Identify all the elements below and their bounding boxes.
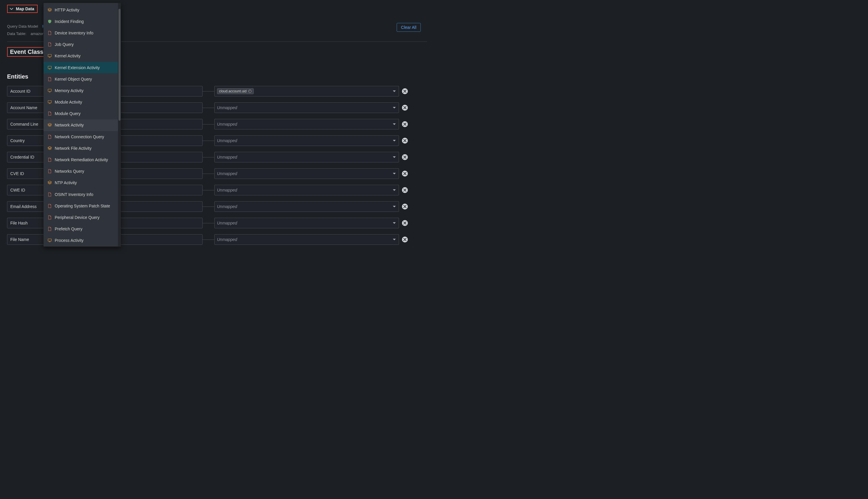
monitor-icon xyxy=(48,238,52,242)
menu-item[interactable]: Process Activity xyxy=(43,235,118,246)
menu-item-label: Device Inventory Info xyxy=(55,31,93,35)
menu-item-label: Incident Finding xyxy=(55,19,84,24)
mapping-chip: cloud.account.uid xyxy=(217,88,254,94)
connector-line xyxy=(203,207,214,207)
mapping-select[interactable]: Unmapped xyxy=(214,119,399,130)
connector-line xyxy=(203,240,214,240)
remove-row-button[interactable] xyxy=(402,171,408,177)
menu-item[interactable]: Incident Finding xyxy=(43,16,118,27)
monitor-icon xyxy=(48,88,52,93)
caret-down-icon[interactable] xyxy=(393,157,396,158)
menu-item-label: Process Activity xyxy=(55,238,84,243)
caret-down-icon[interactable] xyxy=(393,140,396,142)
map-data-label: Map Data xyxy=(16,7,34,11)
mapping-select[interactable]: Unmapped xyxy=(214,102,399,113)
mapping-select[interactable]: Unmapped xyxy=(214,218,399,228)
dropdown-scrollbar-thumb[interactable] xyxy=(118,9,121,121)
layers-icon xyxy=(48,8,52,12)
unmapped-placeholder: Unmapped xyxy=(217,122,237,126)
doc-icon xyxy=(48,111,52,115)
layers-icon xyxy=(48,123,52,127)
unmapped-placeholder: Unmapped xyxy=(217,237,237,242)
caret-down-icon[interactable] xyxy=(393,222,396,224)
menu-item-label: Operating System Patch State xyxy=(55,204,110,208)
menu-item[interactable]: Peripheral Device Query xyxy=(43,211,118,223)
menu-item-label: Prefetch Query xyxy=(55,227,82,231)
chip-remove-icon[interactable] xyxy=(248,89,252,93)
menu-item[interactable]: Network Connection Query xyxy=(43,131,118,143)
menu-item-label: Networks Query xyxy=(55,169,84,174)
remove-row-button[interactable] xyxy=(402,236,408,242)
doc-icon xyxy=(48,42,52,47)
layers-icon xyxy=(48,181,52,185)
menu-item[interactable]: Operating System Patch State xyxy=(43,200,118,211)
mapping-select[interactable]: Unmapped xyxy=(214,201,399,212)
menu-item[interactable]: Network File Activity xyxy=(43,143,118,154)
menu-item[interactable]: Prefetch Query xyxy=(43,223,118,235)
doc-icon xyxy=(48,31,52,35)
menu-item-label: Network Connection Query xyxy=(55,134,104,139)
menu-item[interactable]: HTTP Activity xyxy=(43,4,118,16)
menu-item[interactable]: Kernel Object Query xyxy=(43,73,118,85)
menu-item-label: NTP Activity xyxy=(55,180,77,185)
dropdown-scrollbar[interactable] xyxy=(118,3,121,246)
remove-row-button[interactable] xyxy=(402,121,408,127)
menu-item[interactable]: NTP Activity xyxy=(43,177,118,188)
remove-row-button[interactable] xyxy=(402,204,408,209)
clear-all-button[interactable]: Clear All xyxy=(397,23,421,32)
menu-item[interactable]: Module Query xyxy=(43,108,118,120)
menu-item[interactable]: Memory Activity xyxy=(43,85,118,96)
mapping-select[interactable]: Unmapped xyxy=(214,185,399,195)
menu-item[interactable]: Device Inventory Info xyxy=(43,27,118,38)
caret-down-icon[interactable] xyxy=(393,107,396,109)
remove-row-button[interactable] xyxy=(402,154,408,160)
monitor-icon xyxy=(48,54,52,58)
remove-row-button[interactable] xyxy=(402,138,408,144)
remove-row-button[interactable] xyxy=(402,187,408,193)
monitor-icon xyxy=(48,65,52,70)
menu-item[interactable]: OSINT Inventory Info xyxy=(43,188,118,200)
caret-down-icon[interactable] xyxy=(393,239,396,240)
caret-down-icon[interactable] xyxy=(393,190,396,191)
menu-item[interactable]: Network Remediation Activity xyxy=(43,154,118,165)
menu-item-label: HTTP Activity xyxy=(55,8,79,12)
monitor-icon xyxy=(48,100,52,104)
connector-line xyxy=(203,124,214,124)
remove-row-button[interactable] xyxy=(402,88,408,94)
menu-item-label: Module Query xyxy=(55,111,80,116)
menu-item[interactable]: Network Activity xyxy=(43,120,118,131)
map-data-toggle[interactable]: Map Data xyxy=(7,5,38,13)
mapping-select[interactable]: Unmapped xyxy=(214,152,399,162)
unmapped-placeholder: Unmapped xyxy=(217,105,237,110)
mapping-select[interactable]: cloud.account.uid xyxy=(214,86,399,97)
caret-down-icon[interactable] xyxy=(393,206,396,207)
menu-item-label: Network File Activity xyxy=(55,146,91,151)
menu-item-label: Network Activity xyxy=(55,123,84,127)
chevron-down-icon xyxy=(9,7,14,11)
doc-icon xyxy=(48,158,52,162)
menu-item-label: Job Query xyxy=(55,42,74,47)
mapping-select[interactable]: Unmapped xyxy=(214,135,399,146)
doc-icon xyxy=(48,227,52,231)
menu-item-label: OSINT Inventory Info xyxy=(55,192,93,197)
remove-row-button[interactable] xyxy=(402,105,408,111)
menu-item[interactable]: Module Activity xyxy=(43,97,118,108)
caret-down-icon[interactable] xyxy=(393,173,396,174)
mapping-select[interactable]: Unmapped xyxy=(214,168,399,179)
connector-line xyxy=(203,91,214,92)
remove-row-button[interactable] xyxy=(402,220,408,226)
menu-item[interactable]: Kernel Activity xyxy=(43,50,118,62)
mapping-select[interactable]: Unmapped xyxy=(214,234,399,245)
doc-icon xyxy=(48,215,52,219)
doc-icon xyxy=(48,77,52,81)
event-class-heading[interactable]: Event Class xyxy=(7,47,46,57)
menu-item[interactable]: Networks Query xyxy=(43,166,118,177)
caret-down-icon[interactable] xyxy=(393,90,396,92)
connector-line xyxy=(203,223,214,223)
menu-item[interactable]: Job Query xyxy=(43,39,118,50)
caret-down-icon[interactable] xyxy=(393,124,396,125)
menu-item-label: Memory Activity xyxy=(55,88,84,93)
unmapped-placeholder: Unmapped xyxy=(217,171,237,176)
event-class-dropdown[interactable]: HTTP ActivityIncident FindingDevice Inve… xyxy=(43,3,121,246)
menu-item[interactable]: Kernel Extension Activity xyxy=(43,62,118,73)
